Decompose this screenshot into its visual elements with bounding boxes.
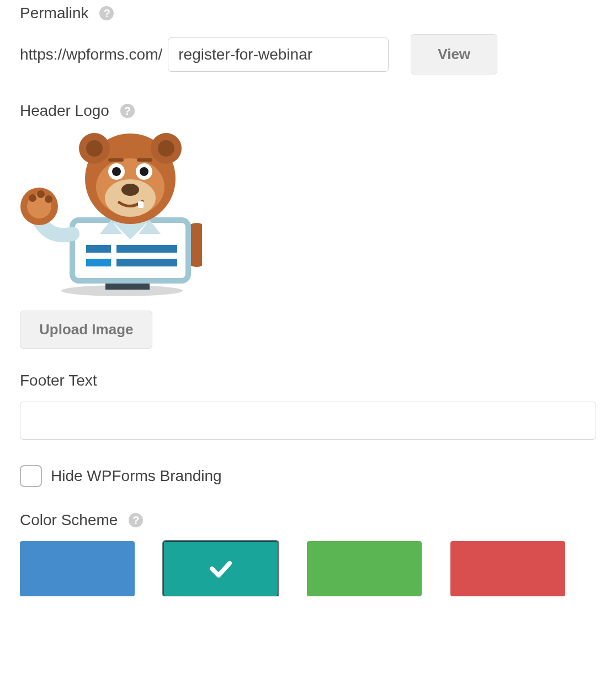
header-logo-preview bbox=[20, 132, 202, 297]
permalink-row: https://wpforms.com/ View bbox=[20, 34, 596, 74]
hide-branding-checkbox[interactable] bbox=[20, 465, 42, 487]
svg-rect-9 bbox=[86, 259, 111, 266]
svg-rect-8 bbox=[116, 245, 177, 253]
svg-rect-24 bbox=[138, 201, 144, 208]
svg-rect-7 bbox=[86, 245, 111, 253]
color-swatch-blue[interactable] bbox=[20, 541, 135, 596]
svg-point-15 bbox=[45, 195, 52, 203]
color-scheme-label: Color Scheme bbox=[20, 511, 118, 529]
svg-rect-10 bbox=[116, 259, 177, 266]
svg-point-23 bbox=[121, 184, 139, 196]
permalink-slug-input[interactable] bbox=[168, 38, 389, 72]
color-swatch-teal[interactable] bbox=[163, 541, 278, 596]
svg-point-28 bbox=[140, 167, 148, 176]
svg-point-14 bbox=[37, 190, 45, 198]
footer-text-input[interactable] bbox=[20, 402, 596, 440]
svg-rect-29 bbox=[108, 158, 124, 162]
help-icon[interactable]: ? bbox=[120, 104, 135, 118]
color-swatch-green[interactable] bbox=[307, 541, 422, 596]
help-icon[interactable]: ? bbox=[129, 513, 143, 527]
svg-rect-30 bbox=[137, 158, 152, 162]
footer-text-label: Footer Text bbox=[20, 372, 97, 389]
color-swatch-red[interactable] bbox=[450, 541, 565, 596]
hide-branding-label: Hide WPForms Branding bbox=[51, 467, 222, 485]
upload-image-button[interactable]: Upload Image bbox=[20, 311, 152, 349]
mascot-icon bbox=[20, 132, 202, 297]
svg-point-20 bbox=[158, 140, 174, 157]
header-logo-label: Header Logo bbox=[20, 102, 109, 120]
view-button[interactable]: View bbox=[411, 34, 497, 74]
svg-point-18 bbox=[86, 140, 103, 157]
permalink-prefix: https://wpforms.com/ bbox=[20, 46, 162, 63]
svg-point-26 bbox=[112, 167, 121, 176]
permalink-label: Permalink bbox=[20, 4, 88, 22]
svg-point-13 bbox=[29, 194, 36, 202]
help-icon[interactable]: ? bbox=[99, 6, 114, 20]
color-swatch-row bbox=[20, 541, 596, 596]
check-icon bbox=[208, 556, 234, 582]
